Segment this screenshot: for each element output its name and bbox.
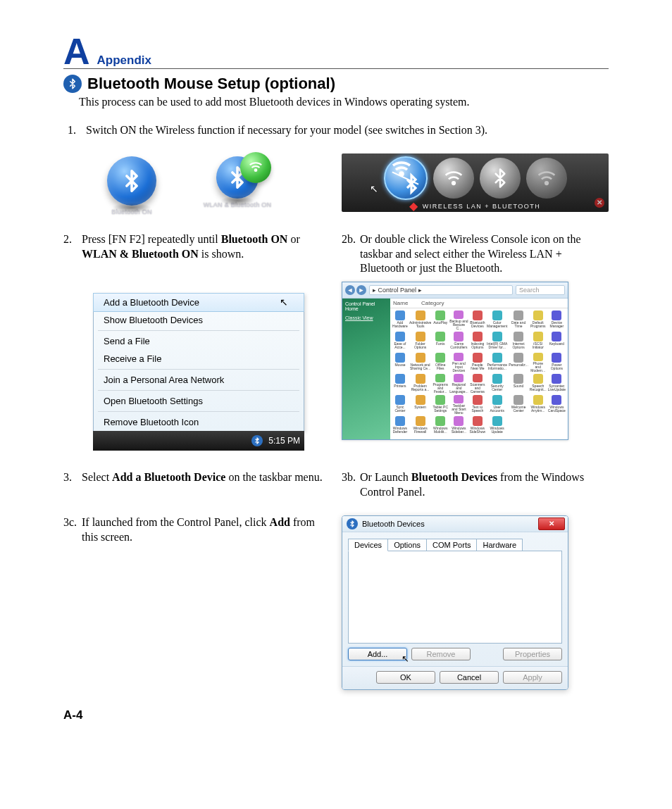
- sidebar-home[interactable]: Control Panel Home: [345, 301, 387, 311]
- menu-join-pan[interactable]: Join a Personal Area Network: [94, 371, 304, 389]
- ok-button[interactable]: OK: [376, 671, 435, 684]
- menu-remove-icon[interactable]: Remove Bluetooth Icon: [94, 413, 304, 431]
- add-button[interactable]: Add... ↖: [348, 648, 407, 660]
- control-panel-item[interactable]: Administrative Tools: [409, 311, 431, 330]
- nav-back-icon[interactable]: ◄: [345, 285, 355, 295]
- app-label: Problem Reports a...: [409, 384, 431, 391]
- control-panel-item[interactable]: Tablet PC Settings: [433, 395, 448, 415]
- address-bar[interactable]: ▸ Control Panel ▸: [369, 285, 513, 295]
- bluetooth-status-icons: Bluetooth ON WLAN & Bluetooth ON: [63, 149, 330, 215]
- menu-separator: [98, 390, 299, 391]
- taskbar-clock: 5:15 PM: [268, 436, 300, 446]
- control-panel-titlebar: ◄ ► ▸ Control Panel ▸ Search: [342, 282, 568, 299]
- taskbar-bluetooth-icon[interactable]: [251, 435, 263, 446]
- control-panel-grid: Add HardwareAdministrative ToolsAutoPlay…: [390, 308, 568, 439]
- menu-receive-file[interactable]: Receive a File: [94, 350, 304, 368]
- control-panel-item[interactable]: Security Center: [487, 374, 507, 394]
- control-panel-item[interactable]: System: [409, 395, 431, 415]
- close-button[interactable]: ✕: [538, 518, 565, 530]
- control-panel-item[interactable]: Windows Update: [487, 416, 507, 436]
- control-panel-item[interactable]: Color Management: [487, 311, 507, 330]
- control-panel-item[interactable]: Default Programs: [530, 311, 547, 330]
- console-wlan-bluetooth-icon[interactable]: [384, 156, 428, 200]
- control-panel-item[interactable]: Network and Sharing Ce...: [409, 353, 431, 372]
- control-panel-item[interactable]: Game Controllers: [449, 332, 468, 351]
- control-panel-item[interactable]: AutoPlay: [433, 311, 448, 330]
- app-label: Sync Center: [392, 406, 408, 413]
- apply-button[interactable]: Apply: [503, 671, 562, 684]
- console-off-icon[interactable]: ✕: [526, 158, 567, 199]
- menu-open-settings[interactable]: Open Bluetooth Settings: [94, 392, 304, 410]
- control-panel-item[interactable]: Power Options: [548, 353, 566, 372]
- control-panel-item[interactable]: iSCSI Initiator: [530, 332, 547, 351]
- control-panel-item[interactable]: Windows Firewall: [409, 416, 431, 436]
- control-panel-item[interactable]: Keyboard: [548, 332, 566, 351]
- control-panel-item[interactable]: Fonts: [433, 332, 448, 351]
- app-label: Windows Defender: [392, 427, 408, 434]
- control-panel-item[interactable]: Printers: [392, 374, 408, 394]
- menu-show-bluetooth-devices[interactable]: Show Bluetooth Devices: [94, 311, 304, 329]
- control-panel-item[interactable]: Windows Mobilit...: [433, 416, 448, 436]
- control-panel-item[interactable]: Problem Reports a...: [409, 374, 431, 394]
- control-panel-item[interactable]: Windows Sidebar...: [449, 416, 468, 436]
- control-panel-item[interactable]: Indexing Options: [470, 332, 486, 351]
- app-label: Game Controllers: [449, 342, 468, 349]
- sidebar-classic-view[interactable]: Classic View: [345, 315, 387, 320]
- tab-options[interactable]: Options: [387, 539, 427, 551]
- remove-button[interactable]: Remove: [411, 648, 471, 660]
- control-panel-item[interactable]: Windows Defender: [392, 416, 408, 436]
- control-panel-item[interactable]: Programs and Featur...: [433, 374, 448, 394]
- control-panel-item[interactable]: Windows SideShow: [470, 416, 486, 436]
- app-icon: [435, 332, 445, 341]
- control-panel-item[interactable]: Personaliz...: [509, 353, 528, 372]
- device-list[interactable]: [348, 551, 562, 644]
- control-panel-item[interactable]: Regional and Language...: [449, 374, 468, 394]
- control-panel-item[interactable]: Phone and Modem...: [530, 353, 547, 372]
- control-panel-item[interactable]: Taskbar and Start Menu: [449, 395, 468, 415]
- control-panel-item[interactable]: Ease of Acce...: [392, 332, 408, 351]
- app-label: iSCSI Initiator: [530, 342, 547, 349]
- properties-button[interactable]: Properties: [503, 648, 562, 660]
- control-panel-item[interactable]: Windows Anytim...: [530, 395, 547, 415]
- section-intro: This process can be used to add most Blu…: [79, 96, 609, 108]
- step-3b-num: 3b.: [342, 470, 360, 500]
- tab-hardware[interactable]: Hardware: [476, 539, 523, 551]
- app-label: Device Manager: [548, 321, 566, 328]
- control-panel-item[interactable]: Bluetooth Devices: [470, 311, 486, 330]
- control-panel-item[interactable]: People Near Me: [470, 353, 486, 372]
- wireless-console-bar: ✕ ◆ WIRELESS LAN + BLUETOOTH ↖: [342, 153, 609, 212]
- control-panel-item[interactable]: Offline Files: [433, 353, 448, 372]
- menu-add-bluetooth-device[interactable]: Add a Bluetooth Device ↖: [93, 293, 304, 312]
- app-label: Bluetooth Devices: [470, 321, 486, 328]
- control-panel-item[interactable]: Windows CardSpace: [548, 395, 566, 415]
- tab-com-ports[interactable]: COM Ports: [426, 539, 477, 551]
- control-panel-item[interactable]: Internet Options: [509, 332, 528, 351]
- control-panel-item[interactable]: User Accounts: [487, 395, 507, 415]
- control-panel-item[interactable]: Scanners and Cameras: [470, 374, 486, 394]
- control-panel-item[interactable]: Add Hardware: [392, 311, 408, 330]
- wlan-on-icon: [240, 152, 271, 183]
- control-panel-item[interactable]: Sync Center: [392, 395, 408, 415]
- app-icon: [514, 395, 523, 405]
- control-panel-item[interactable]: Sound: [509, 374, 528, 394]
- control-panel-item[interactable]: Date and Time: [509, 311, 528, 330]
- search-input[interactable]: Search: [516, 285, 565, 295]
- cancel-button[interactable]: Cancel: [440, 671, 499, 684]
- control-panel-item[interactable]: Mouse: [392, 353, 408, 372]
- control-panel-item[interactable]: Folder Options: [409, 332, 431, 351]
- control-panel-item[interactable]: Pen and Input Devices: [449, 353, 468, 372]
- control-panel-item[interactable]: Welcome Center: [509, 395, 528, 415]
- control-panel-item[interactable]: Speech Recognit...: [530, 374, 547, 394]
- control-panel-item[interactable]: Performance Informatio...: [487, 353, 507, 372]
- console-bluetooth-icon[interactable]: [480, 158, 521, 199]
- app-icon: [533, 374, 543, 384]
- tab-devices[interactable]: Devices: [348, 539, 388, 551]
- control-panel-item[interactable]: Backup and Restore C...: [449, 311, 468, 330]
- control-panel-item[interactable]: Symantec LiveUpdate: [548, 374, 566, 394]
- nav-forward-icon[interactable]: ►: [356, 285, 366, 295]
- menu-send-file[interactable]: Send a File: [94, 332, 304, 350]
- control-panel-item[interactable]: Intel(R) GMA Driver for...: [487, 332, 507, 351]
- console-wlan-icon[interactable]: [433, 158, 474, 199]
- control-panel-item[interactable]: Device Manager: [548, 311, 566, 330]
- control-panel-item[interactable]: Text to Speech: [470, 395, 486, 415]
